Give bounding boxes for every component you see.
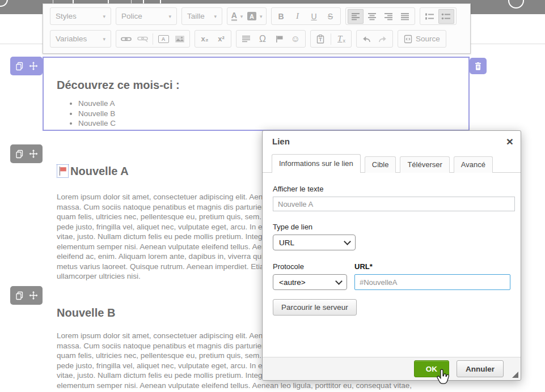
remove-format-button[interactable]: Tx bbox=[333, 32, 349, 46]
bullet-list-button[interactable] bbox=[438, 9, 454, 24]
link-icon bbox=[121, 36, 132, 42]
superscript-button[interactable]: x² bbox=[213, 32, 229, 46]
subscript-button[interactable]: x₂ bbox=[197, 32, 213, 46]
move-icon bbox=[29, 150, 38, 159]
script-group: x₂ x² bbox=[195, 30, 231, 48]
align-left-icon bbox=[351, 12, 360, 20]
clipboard-group: T Tx bbox=[310, 30, 352, 48]
numbered-list-button[interactable] bbox=[422, 9, 438, 24]
block-handle-intro[interactable] bbox=[10, 57, 43, 75]
align-center-button[interactable] bbox=[364, 9, 380, 24]
align-right-icon bbox=[384, 12, 393, 20]
list-item[interactable]: Nouvelle C bbox=[78, 118, 468, 129]
text-color-button[interactable]: A ▾ bbox=[229, 9, 245, 24]
tab-advanced[interactable]: Avancé bbox=[454, 156, 493, 173]
special-char-button[interactable]: Ω bbox=[255, 32, 271, 46]
display-text-label: Afficher le texte bbox=[273, 185, 510, 193]
link-type-select[interactable]: URL bbox=[273, 235, 356, 250]
tab-upload[interactable]: Téléverser bbox=[400, 156, 449, 173]
bold-button[interactable]: B bbox=[273, 9, 289, 24]
styles-dropdown[interactable]: Styles ▾ bbox=[50, 7, 111, 25]
link-dialog: Lien × Informations sur le lien Cible Té… bbox=[262, 130, 521, 381]
list-item[interactable]: Nouvelle B bbox=[78, 109, 468, 119]
flag-icon bbox=[275, 35, 284, 43]
cutoff-logo-icon bbox=[0, 0, 8, 7]
list-group bbox=[420, 7, 457, 25]
font-dropdown[interactable]: Police ▾ bbox=[116, 7, 177, 25]
section-title-text: Nouvelle A bbox=[70, 165, 129, 178]
dialog-resize-handle[interactable] bbox=[512, 372, 518, 378]
copy-icon bbox=[15, 150, 24, 159]
image-icon bbox=[175, 35, 185, 43]
list-item[interactable]: Nouvelle A bbox=[78, 99, 468, 109]
undo-button[interactable] bbox=[358, 32, 374, 46]
move-icon bbox=[29, 62, 38, 71]
source-icon bbox=[404, 35, 412, 44]
strikethrough-button[interactable]: S bbox=[323, 9, 339, 24]
size-dropdown[interactable]: Taille ▾ bbox=[181, 7, 222, 25]
email-editor-screen: Styles ▾ Police ▾ Taille ▾ A ▾ A ▾ bbox=[0, 0, 545, 392]
align-right-button[interactable] bbox=[381, 9, 396, 24]
section-title-text: Nouvelle B bbox=[57, 306, 115, 319]
protocol-select[interactable]: <autre> bbox=[273, 274, 347, 290]
horizontal-rule-icon bbox=[242, 35, 251, 42]
omega-icon: Ω bbox=[259, 34, 266, 44]
redo-icon bbox=[378, 35, 388, 43]
block-handle-section-a[interactable] bbox=[10, 144, 43, 163]
close-icon[interactable]: × bbox=[506, 135, 513, 148]
chevron-down-icon: ▾ bbox=[240, 14, 243, 19]
smiley-button[interactable]: ☺ bbox=[288, 32, 303, 46]
display-text-input[interactable] bbox=[273, 197, 515, 211]
section-b-title-row: Nouvelle B bbox=[57, 306, 115, 319]
copy-icon bbox=[15, 291, 24, 300]
horizontal-rule-button[interactable] bbox=[238, 32, 254, 46]
align-justify-button[interactable] bbox=[397, 9, 413, 24]
anchor-button[interactable]: A bbox=[155, 32, 171, 46]
trash-icon bbox=[474, 62, 482, 70]
dialog-footer: OK Annuler bbox=[263, 357, 521, 380]
bullet-list-icon bbox=[441, 12, 451, 20]
smiley-icon: ☺ bbox=[291, 34, 300, 44]
variables-dropdown[interactable]: Variables ▾ bbox=[50, 30, 111, 48]
paste-text-glyph: T bbox=[319, 37, 322, 42]
paste-as-text-button[interactable]: T bbox=[312, 32, 328, 46]
alignment-group bbox=[345, 7, 415, 25]
tab-target[interactable]: Cible bbox=[365, 156, 396, 173]
chevron-down-icon: ▾ bbox=[214, 14, 217, 19]
redo-button[interactable] bbox=[375, 32, 391, 46]
link-button[interactable] bbox=[118, 32, 134, 46]
ok-button[interactable]: OK bbox=[414, 360, 449, 377]
align-justify-icon bbox=[400, 12, 409, 20]
intro-heading: Découvrez ce mois-ci : bbox=[57, 79, 468, 92]
source-button[interactable]: Source bbox=[398, 30, 446, 48]
background-color-button[interactable]: A ▾ bbox=[246, 9, 264, 24]
align-center-icon bbox=[367, 12, 377, 20]
group-separator bbox=[153, 33, 153, 45]
block-handle-section-b[interactable] bbox=[10, 286, 43, 305]
copy-icon bbox=[15, 62, 24, 71]
underline-button[interactable]: U bbox=[306, 9, 322, 24]
align-left-button[interactable] bbox=[348, 9, 364, 24]
image-button[interactable] bbox=[172, 32, 188, 46]
url-input[interactable] bbox=[354, 274, 510, 290]
underline-icon: U bbox=[311, 12, 316, 21]
anchor-flag-selected[interactable] bbox=[57, 164, 69, 178]
flag-button[interactable] bbox=[271, 32, 287, 46]
browse-server-button[interactable]: Parcourir le serveur bbox=[273, 299, 357, 316]
content-block-intro[interactable]: Découvrez ce mois-ci : Nouvelle A Nouvel… bbox=[43, 57, 470, 131]
delete-block-button[interactable] bbox=[470, 58, 487, 74]
cancel-button[interactable]: Annuler bbox=[457, 360, 504, 377]
color-buttons-group: A ▾ A ▾ bbox=[227, 7, 267, 25]
url-label: URL* bbox=[354, 262, 510, 271]
strikethrough-icon: S bbox=[328, 12, 333, 21]
text-color-icon: A bbox=[231, 12, 237, 21]
unlink-button[interactable] bbox=[134, 32, 150, 46]
link-type-label: Type de lien bbox=[273, 223, 510, 231]
italic-button[interactable]: I bbox=[290, 9, 306, 24]
numbered-list-icon bbox=[425, 12, 434, 20]
link-group: A bbox=[116, 30, 190, 48]
tab-link-info[interactable]: Informations sur le lien bbox=[272, 154, 361, 173]
chevron-down-icon: ▾ bbox=[168, 14, 171, 19]
superscript-icon: x² bbox=[218, 35, 225, 43]
chevron-down-icon bbox=[335, 278, 343, 285]
